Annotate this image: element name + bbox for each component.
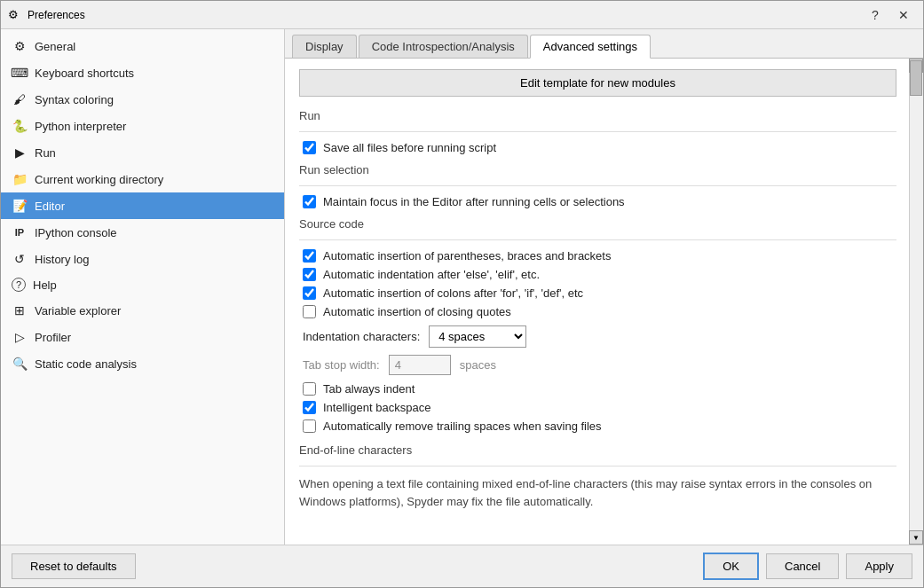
sidebar-item-label: Variable explorer	[35, 304, 121, 318]
scrollbar-thumb[interactable]	[910, 60, 922, 96]
title-bar: ⚙ Preferences ? ✕	[1, 1, 923, 29]
auto-quotes-row: Automatic insertion of closing quotes	[299, 305, 896, 318]
edit-template-button[interactable]: Edit template for new modules	[299, 69, 896, 97]
sidebar-item-python-interpreter[interactable]: 🐍 Python interpreter	[1, 113, 284, 139]
window-title: Preferences	[28, 9, 863, 21]
sidebar-item-label: Editor	[35, 200, 65, 213]
variable-icon: ⊞	[12, 302, 28, 318]
help-icon: ?	[12, 278, 26, 292]
eol-section-label: End-of-line characters	[299, 443, 896, 457]
cancel-button[interactable]: Cancel	[766, 553, 839, 579]
eol-description: When opening a text file containing mixe…	[299, 475, 896, 510]
sidebar-item-ipython-console[interactable]: IP IPython console	[1, 219, 284, 246]
maintain-focus-label[interactable]: Maintain focus in the Editor after runni…	[323, 195, 625, 208]
tab-display[interactable]: Display	[292, 35, 357, 58]
maintain-focus-row: Maintain focus in the Editor after runni…	[299, 195, 896, 208]
indentation-select[interactable]: 4 spaces 2 spaces Tab	[429, 325, 526, 348]
sidebar: ⚙ General ⌨ Keyboard shortcuts 🖌 Syntax …	[1, 29, 285, 545]
python-icon: 🐍	[12, 118, 28, 134]
syntax-icon: 🖌	[12, 91, 28, 107]
maintain-focus-checkbox[interactable]	[303, 195, 316, 208]
run-selection-section-label: Run selection	[299, 163, 896, 176]
tab-always-indent-row: Tab always indent	[299, 382, 896, 396]
folder-icon: 📁	[12, 171, 28, 187]
main-panel: Display Code Introspection/Analysis Adva…	[285, 29, 923, 545]
tab-stop-input[interactable]	[389, 355, 451, 375]
save-all-files-row: Save all files before running script	[299, 141, 896, 154]
ok-button[interactable]: OK	[703, 553, 759, 580]
window-controls: ? ✕	[863, 5, 916, 25]
sidebar-item-static-code-analysis[interactable]: 🔍 Static code analysis	[1, 350, 284, 377]
sidebar-item-label: Help	[33, 278, 57, 292]
preferences-window: ⚙ Preferences ? ✕ ⚙ General ⌨ Keyboard s…	[0, 0, 924, 588]
ipython-icon: IP	[12, 224, 28, 240]
tab-advanced-settings[interactable]: Advanced settings	[530, 35, 651, 59]
auto-colons-row: Automatic insertion of colons after 'for…	[299, 286, 896, 300]
app-icon: ⚙	[8, 8, 22, 22]
auto-colons-label[interactable]: Automatic insertion of colons after 'for…	[323, 286, 583, 300]
scrollbar-down-button[interactable]: ▼	[909, 530, 923, 545]
sidebar-item-help[interactable]: ? Help	[1, 272, 284, 297]
tab-always-indent-checkbox[interactable]	[303, 382, 316, 396]
sidebar-item-label: Run	[35, 146, 56, 160]
sidebar-item-keyboard-shortcuts[interactable]: ⌨ Keyboard shortcuts	[1, 59, 284, 86]
reset-defaults-button[interactable]: Reset to defaults	[12, 553, 136, 579]
run-divider	[299, 131, 896, 132]
run-selection-divider	[299, 185, 896, 186]
sidebar-item-syntax-coloring[interactable]: 🖌 Syntax coloring	[1, 86, 284, 113]
tab-stop-row: Tab stop width: spaces	[299, 355, 896, 375]
tabs-bar: Display Code Introspection/Analysis Adva…	[285, 29, 923, 59]
auto-indent-checkbox[interactable]	[303, 268, 316, 281]
sidebar-item-general[interactable]: ⚙ General	[1, 33, 284, 59]
auto-parens-label[interactable]: Automatic insertion of parentheses, brac…	[323, 249, 611, 263]
sidebar-item-cwd[interactable]: 📁 Current working directory	[1, 166, 284, 192]
editor-icon: 📝	[12, 198, 28, 214]
source-code-divider	[299, 239, 896, 240]
sidebar-item-profiler[interactable]: ▷ Profiler	[1, 324, 284, 350]
sidebar-item-label: Syntax coloring	[35, 93, 114, 106]
analysis-icon: 🔍	[12, 356, 28, 372]
sidebar-item-history-log[interactable]: ↺ History log	[1, 246, 284, 272]
auto-remove-trailing-checkbox[interactable]	[303, 419, 316, 433]
sidebar-item-run[interactable]: ▶ Run	[1, 139, 284, 166]
eol-divider	[299, 466, 896, 466]
tab-stop-label: Tab stop width:	[303, 358, 380, 372]
sidebar-item-label: History log	[35, 253, 89, 266]
history-icon: ↺	[12, 251, 28, 267]
auto-remove-trailing-row: Automatically remove trailing spaces whe…	[299, 419, 896, 433]
tab-always-indent-label[interactable]: Tab always indent	[323, 382, 415, 396]
save-all-files-label[interactable]: Save all files before running script	[323, 141, 496, 154]
auto-quotes-label[interactable]: Automatic insertion of closing quotes	[323, 305, 511, 318]
auto-indent-row: Automatic indentation after 'else', 'eli…	[299, 268, 896, 281]
apply-button[interactable]: Apply	[846, 553, 912, 579]
help-button[interactable]: ?	[863, 5, 888, 25]
intelligent-backspace-checkbox[interactable]	[303, 401, 316, 414]
save-all-files-checkbox[interactable]	[303, 141, 316, 154]
content-area: ⚙ General ⌨ Keyboard shortcuts 🖌 Syntax …	[1, 29, 923, 545]
auto-colons-checkbox[interactable]	[303, 286, 316, 300]
auto-parens-checkbox[interactable]	[303, 249, 316, 263]
auto-quotes-checkbox[interactable]	[303, 305, 316, 318]
sidebar-item-label: General	[35, 40, 75, 53]
sidebar-item-label: Keyboard shortcuts	[35, 67, 134, 80]
keyboard-icon: ⌨	[12, 65, 28, 81]
intelligent-backspace-label[interactable]: Intelligent backspace	[323, 401, 430, 414]
source-code-section-label: Source code	[299, 217, 896, 231]
sidebar-item-label: Python interpreter	[35, 120, 126, 133]
tab-code-introspection[interactable]: Code Introspection/Analysis	[359, 35, 528, 58]
sidebar-item-editor[interactable]: 📝 Editor	[1, 192, 284, 219]
indentation-row: Indentation characters: 4 spaces 2 space…	[299, 325, 896, 348]
sidebar-item-label: IPython console	[35, 226, 117, 239]
profiler-icon: ▷	[12, 329, 28, 345]
intelligent-backspace-row: Intelligent backspace	[299, 401, 896, 414]
scrollbar-track[interactable]: ▲ ▼	[909, 59, 923, 545]
bottom-bar: Reset to defaults OK Cancel Apply	[1, 545, 923, 587]
general-icon: ⚙	[12, 38, 28, 54]
close-button[interactable]: ✕	[891, 5, 916, 25]
sidebar-item-variable-explorer[interactable]: ⊞ Variable explorer	[1, 297, 284, 324]
tab-content: Edit template for new modules Run Save a…	[285, 59, 923, 545]
auto-remove-trailing-label[interactable]: Automatically remove trailing spaces whe…	[323, 419, 602, 433]
auto-indent-label[interactable]: Automatic indentation after 'else', 'eli…	[323, 268, 540, 281]
sidebar-item-label: Static code analysis	[35, 357, 137, 371]
run-section-label: Run	[299, 109, 896, 122]
